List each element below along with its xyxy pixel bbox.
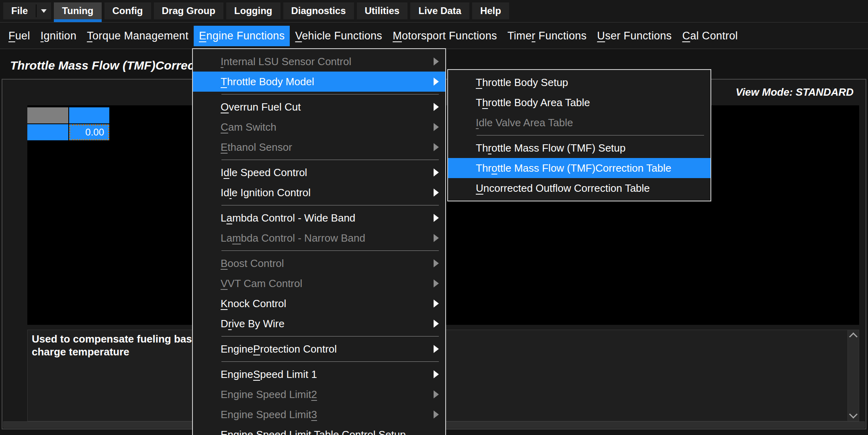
- menubar-item-cal-control[interactable]: Cal Control: [677, 26, 743, 46]
- tuning-menubar: FuelIgnitionTorque ManagementEngine Func…: [0, 23, 868, 49]
- menu-item-vvt-cam-control: VVT Cam Control: [193, 273, 445, 293]
- mnemonic-underline: r: [488, 142, 491, 154]
- menu-item-engine-speed-limit-1[interactable]: Engine Speed Limit 1: [193, 364, 445, 384]
- submenu-arrow-icon: [434, 259, 439, 267]
- submenu-arrow-icon: [434, 279, 439, 287]
- submenu-arrow-icon: [434, 168, 439, 176]
- menu-item-overrun-fuel-cut[interactable]: Overrun Fuel Cut: [193, 97, 445, 117]
- file-menu-button[interactable]: File: [3, 2, 36, 19]
- mnemonic-underline: C: [682, 30, 690, 42]
- file-dropdown-button[interactable]: [37, 2, 51, 19]
- menubar-item-torque-management[interactable]: Torque Management: [82, 26, 194, 46]
- menu-item-engine-protection-control[interactable]: Engine Protection Control: [193, 339, 445, 359]
- description-line: charge temperature: [32, 345, 204, 358]
- mnemonic-underline: C: [221, 121, 228, 133]
- mnemonic-underline: d: [223, 166, 229, 179]
- menu-item-boost-control: Boost Control: [193, 253, 445, 273]
- mnemonic-underline: P: [253, 343, 260, 355]
- mnemonic-underline: V: [295, 30, 302, 42]
- tab-drag-group[interactable]: Drag Group: [154, 2, 223, 19]
- menu-item-engine-speed-limit-2: Engine Speed Limit 2: [193, 384, 445, 404]
- mnemonic-underline: l: [229, 187, 232, 199]
- menubar-item-user-functions[interactable]: User Functions: [592, 26, 677, 46]
- mnemonic-underline: K: [221, 298, 227, 310]
- submenu-arrow-icon: [434, 123, 439, 131]
- menu-item-engine-speed-limit-3: Engine Speed Limit 3: [193, 404, 445, 425]
- menu-item-ethanol-sensor: Ethanol Sensor: [193, 137, 445, 157]
- menu-item-internal-lsu-sensor-control: Internal LSU Sensor Control: [193, 51, 445, 72]
- tab-utilities[interactable]: Utilities: [357, 2, 408, 19]
- mnemonic-underline: U: [476, 182, 483, 195]
- menubar-item-vehicle-functions[interactable]: Vehicle Functions: [290, 26, 387, 46]
- submenu-arrow-icon: [434, 143, 439, 151]
- mnemonic-underline: E: [199, 30, 206, 42]
- menu-item-lambda-control-narrow-band: Lambda Control - Narrow Band: [193, 228, 445, 248]
- scroll-up-icon[interactable]: [849, 332, 858, 341]
- description-text: Used to compensate fueling based charge …: [32, 332, 204, 358]
- submenu-arrow-icon: [434, 300, 439, 308]
- mnemonic-underline: I: [41, 30, 44, 42]
- menu-item-throttle-body-setup[interactable]: Throttle Body Setup: [448, 72, 710, 92]
- mnemonic-underline: O: [221, 101, 229, 113]
- menubar-item-timer-functions[interactable]: Timer Functions: [502, 26, 592, 46]
- tab-tuning[interactable]: Tuning: [54, 2, 101, 22]
- menu-item-throttle-mass-flow-tmf-setup[interactable]: Throttle Mass Flow (TMF) Setup: [448, 138, 710, 158]
- scroll-down-icon[interactable]: [849, 410, 858, 419]
- menu-separator: [193, 92, 445, 97]
- mnemonic-underline: o: [491, 162, 497, 174]
- mnemonic-underline: F: [8, 30, 15, 42]
- view-mode-label: View Mode: STANDARD: [736, 86, 854, 98]
- menu-item-throttle-body-area-table[interactable]: Throttle Body Area Table: [448, 92, 710, 113]
- grid-cell-axis[interactable]: [69, 107, 109, 123]
- tab-live-data[interactable]: Live Data: [410, 2, 469, 19]
- menubar-item-ignition[interactable]: Ignition: [35, 26, 82, 46]
- vertical-scrollbar[interactable]: [848, 330, 859, 421]
- menu-item-throttle-mass-flow-tmf-correction-table[interactable]: Throttle Mass Flow (TMF)Correction Table: [448, 158, 710, 178]
- grid-cell-axis[interactable]: [27, 124, 68, 140]
- caret-down-icon: [41, 9, 47, 13]
- menu-item-knock-control[interactable]: Knock Control: [193, 293, 445, 314]
- submenu-arrow-icon: [434, 410, 439, 419]
- menu-item-idle-ignition-control[interactable]: Idle Ignition Control: [193, 183, 445, 203]
- menu-item-throttle-body-model[interactable]: Throttle Body Model: [193, 72, 445, 92]
- app-window: { "colors": { "accent_blue": "#1e8cfa", …: [0, 0, 868, 435]
- grid-cell-value[interactable]: 0.00: [69, 124, 109, 140]
- throttle-body-model-submenu: Throttle Body SetupThrottle Body Area Ta…: [447, 69, 711, 201]
- menu-item-idle-valve-area-table: Idle Valve Area Table: [448, 113, 710, 133]
- mnemonic-underline: 3: [311, 408, 317, 421]
- menu-item-drive-by-wire[interactable]: Drive By Wire: [193, 314, 445, 334]
- tab-diagnostics[interactable]: Diagnostics: [283, 2, 354, 19]
- top-tab-bar: File TuningConfigDrag GroupLoggingDiagno…: [0, 0, 868, 23]
- mnemonic-underline: 2: [311, 388, 317, 401]
- tab-help[interactable]: Help: [472, 2, 509, 19]
- menu-item-uncorrected-outflow-correction-table[interactable]: Uncorrected Outflow Correction Table: [448, 178, 710, 198]
- submenu-arrow-icon: [434, 390, 439, 398]
- mnemonic-underline: I: [221, 55, 223, 68]
- menu-separator: [193, 334, 445, 339]
- mnemonic-underline: r: [532, 30, 535, 42]
- mnemonic-underline: I: [476, 117, 479, 129]
- menu-separator: [193, 157, 445, 162]
- submenu-arrow-icon: [434, 234, 439, 242]
- mnemonic-underline: T: [221, 76, 227, 88]
- menu-separator: [193, 203, 445, 208]
- submenu-arrow-icon: [434, 78, 439, 86]
- menu-item-engine-speed-limit-table-control-setup[interactable]: Engine Speed Limit Table Control Setup: [193, 425, 445, 435]
- mnemonic-underline: B: [221, 257, 227, 270]
- mnemonic-underline: T: [476, 76, 482, 89]
- grid-cell-corner[interactable]: [27, 107, 68, 123]
- mnemonic-underline: h: [482, 96, 488, 109]
- menubar-item-motorsport-functions[interactable]: Motorsport Functions: [387, 26, 502, 46]
- menu-item-idle-speed-control[interactable]: Idle Speed Control: [193, 162, 445, 183]
- submenu-arrow-icon: [434, 320, 439, 328]
- menubar-item-fuel[interactable]: Fuel: [3, 26, 35, 46]
- menu-separator: [448, 133, 710, 138]
- mnemonic-underline: S: [253, 368, 260, 381]
- menu-item-lambda-control-wide-band[interactable]: Lambda Control - Wide Band: [193, 208, 445, 228]
- mnemonic-underline: M: [393, 30, 402, 42]
- mnemonic-underline: a: [226, 212, 232, 224]
- tab-logging[interactable]: Logging: [226, 2, 280, 19]
- menu-separator: [193, 248, 445, 253]
- menubar-item-engine-functions[interactable]: Engine Functions: [194, 26, 290, 46]
- tab-config[interactable]: Config: [104, 2, 151, 19]
